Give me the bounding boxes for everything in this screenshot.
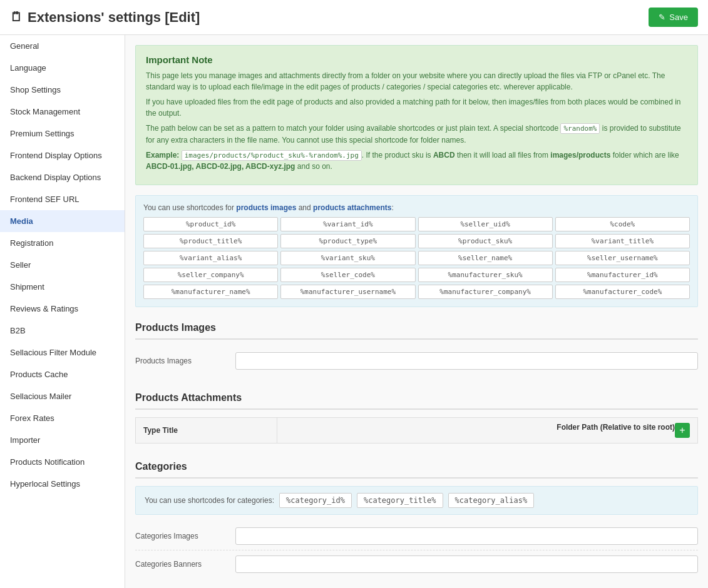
sidebar-item-media[interactable]: Media <box>0 210 125 232</box>
random-shortcode: %random% <box>560 123 600 134</box>
shortcode-item: %product_sku% <box>418 234 553 248</box>
category-shortcode: %category_title% <box>357 493 443 508</box>
shortcodes-intro: You can use shortcodes for products imag… <box>143 203 690 212</box>
type-title-col: Type Title <box>136 418 277 444</box>
sidebar-item-registration[interactable]: Registration <box>0 232 125 254</box>
important-note-title: Important Note <box>146 54 687 65</box>
shortcode-item: %seller_uid% <box>418 217 553 231</box>
shortcode-item: %manufacturer_name% <box>143 285 278 299</box>
shortcode-item: %product_type% <box>280 234 415 248</box>
add-attachment-button[interactable]: + <box>675 423 690 438</box>
sidebar-item-importer[interactable]: Importer <box>0 429 125 451</box>
shortcode-item: %seller_name% <box>418 251 553 265</box>
products-images-section: Products Images Products Images <box>135 317 698 375</box>
shortcode-item: %manufacturer_sku% <box>418 268 553 282</box>
main-layout: GeneralLanguageShop SettingsStock Manage… <box>0 35 708 588</box>
products-images-title: Products Images <box>135 317 698 340</box>
products-images-input[interactable] <box>235 352 698 370</box>
highlight-products-attachments: products attachments <box>313 203 391 212</box>
important-note-example: Example: images/products/%product_sku%-%… <box>146 150 687 173</box>
category-field-label: Categories Banners <box>135 560 235 569</box>
shortcode-item: %code% <box>555 217 690 231</box>
sidebar: GeneralLanguageShop SettingsStock Manage… <box>0 35 125 588</box>
shortcode-item: %variant_title% <box>555 234 690 248</box>
categories-shortcodes-intro: You can use shortcodes for categories: <box>145 496 274 505</box>
sidebar-item-general[interactable]: General <box>0 35 125 57</box>
sidebar-item-shipment[interactable]: Shipment <box>0 276 125 298</box>
shortcode-item: %variant_alias% <box>143 251 278 265</box>
categories-title: Categories <box>135 456 698 479</box>
sidebar-item-frontend-sef-url[interactable]: Frontend SEF URL <box>0 188 125 210</box>
sidebar-item-stock-management[interactable]: Stock Management <box>0 101 125 123</box>
shortcode-item: %seller_code% <box>280 268 415 282</box>
sidebar-item-products-cache[interactable]: Products Cache <box>0 363 125 385</box>
sidebar-item-reviews-ratings[interactable]: Reviews & Ratings <box>0 298 125 320</box>
categories-shortcodes-box: You can use shortcodes for categories: %… <box>135 486 698 515</box>
shortcode-item: %seller_company% <box>143 268 278 282</box>
shortcode-item: %variant_sku% <box>280 251 415 265</box>
sidebar-item-products-notification[interactable]: Products Notification <box>0 451 125 473</box>
shortcodes-box: You can use shortcodes for products imag… <box>135 195 698 307</box>
products-attachments-title: Products Attachments <box>135 387 698 410</box>
page-icon: 🗒 <box>10 10 23 24</box>
app-container: 🗒 Extensions' settings [Edit] ✎ Save Gen… <box>0 0 708 588</box>
shortcode-item: %manufacturer_company% <box>418 285 553 299</box>
category-shortcode: %category_id% <box>279 493 352 508</box>
shortcode-item: %product_title% <box>143 234 278 248</box>
attachments-header-row: Type Title Folder Path (Relative to site… <box>136 418 698 444</box>
sidebar-item-premium-settings[interactable]: Premium Settings <box>0 123 125 144</box>
header: 🗒 Extensions' settings [Edit] ✎ Save <box>0 0 708 35</box>
sidebar-item-forex-rates[interactable]: Forex Rates <box>0 407 125 429</box>
sidebar-item-shop-settings[interactable]: Shop Settings <box>0 79 125 101</box>
example-code: images/products/%product_sku%-%random%.j… <box>182 150 362 161</box>
content-area: Important Note This page lets you manage… <box>125 35 708 588</box>
category-field-input[interactable] <box>235 555 698 573</box>
important-note-para3: The path below can be set as a pattern t… <box>146 123 687 146</box>
categories-section: Categories You can use shortcodes for ca… <box>135 456 698 578</box>
sidebar-item-sellacious-mailer[interactable]: Sellacious Mailer <box>0 385 125 407</box>
shortcode-item: %seller_username% <box>555 251 690 265</box>
important-note-box: Important Note This page lets you manage… <box>135 45 698 185</box>
shortcode-item: %product_id% <box>143 217 278 231</box>
products-images-label: Products Images <box>135 357 235 365</box>
shortcode-item: %variant_id% <box>280 217 415 231</box>
sidebar-item-hyperlocal-settings[interactable]: Hyperlocal Settings <box>0 473 125 495</box>
sidebar-item-sellacious-filter-module[interactable]: Sellacious Filter Module <box>0 342 125 363</box>
page-title: 🗒 Extensions' settings [Edit] <box>10 9 200 26</box>
sidebar-item-backend-display-options[interactable]: Backend Display Options <box>0 166 125 188</box>
attachments-table: Type Title Folder Path (Relative to site… <box>135 417 698 444</box>
shortcodes-grid: %product_id%%variant_id%%seller_uid%%cod… <box>143 217 690 299</box>
category-field-row: Categories Images <box>135 522 698 550</box>
save-icon: ✎ <box>659 13 665 22</box>
highlight-products-images: products images <box>236 203 296 212</box>
important-note-para2: If you have uploaded files from the edit… <box>146 96 687 119</box>
category-field-row: Categories Banners <box>135 550 698 578</box>
shortcode-item: %manufacturer_code% <box>555 285 690 299</box>
sidebar-item-b2b[interactable]: B2B <box>0 320 125 342</box>
shortcode-item: %manufacturer_username% <box>280 285 415 299</box>
folder-path-col: Folder Path (Relative to site root) + <box>277 418 697 444</box>
category-shortcode: %category_alias% <box>448 493 535 508</box>
sidebar-item-language[interactable]: Language <box>0 57 125 79</box>
sidebar-item-frontend-display-options[interactable]: Frontend Display Options <box>0 144 125 166</box>
important-note-para1: This page lets you manage images and att… <box>146 70 687 93</box>
category-field-input[interactable] <box>235 527 698 545</box>
sidebar-item-seller[interactable]: Seller <box>0 254 125 276</box>
save-button[interactable]: ✎ Save <box>649 8 698 27</box>
category-field-label: Categories Images <box>135 532 235 540</box>
products-attachments-section: Products Attachments Type Title Folder P… <box>135 387 698 444</box>
products-images-row: Products Images <box>135 347 698 375</box>
shortcode-item: %manufacturer_id% <box>555 268 690 282</box>
